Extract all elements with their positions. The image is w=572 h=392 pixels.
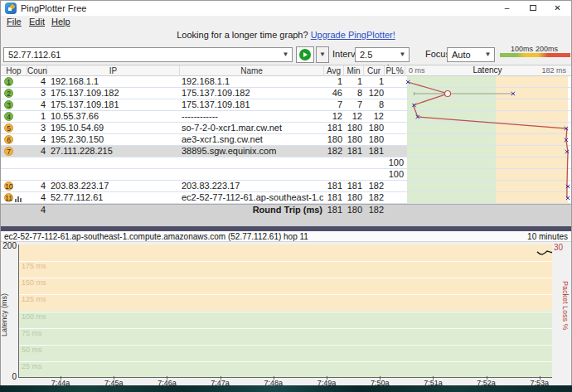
name-cell: 38895.sgw.equinix.com: [182, 146, 323, 157]
ip-cell: 203.83.223.17: [51, 181, 178, 191]
hop-badge: 5: [4, 123, 13, 133]
start-trace-button[interactable]: [296, 46, 314, 63]
graphed-hop-icon: [15, 196, 23, 202]
col-cur[interactable]: Cur: [364, 65, 385, 76]
latency-axis-min: 0 ms: [409, 66, 425, 75]
name-cell: [182, 157, 323, 168]
start-options-dropdown[interactable]: ▼: [316, 46, 329, 63]
banner-text: Looking for a longer time graph?: [177, 30, 310, 40]
chevron-down-icon[interactable]: ▼: [279, 48, 292, 61]
col-min[interactable]: Min: [344, 65, 364, 76]
count-cell: [27, 169, 46, 180]
chevron-down-icon[interactable]: ▼: [482, 48, 494, 61]
table-body: 14192.168.1.1192.168.1.111123175.137.109…: [1, 76, 571, 204]
count-cell: 4: [27, 99, 46, 110]
app-window: PingPlotter Free – ✕ File Edit Help Look…: [0, 0, 572, 385]
name-cell: 203.83.223.17: [182, 181, 323, 191]
maximize-button[interactable]: [520, 1, 545, 16]
count-cell: 4: [27, 181, 46, 191]
gridline: [19, 294, 552, 295]
pl-cell: 100: [384, 157, 404, 168]
min-cell: 181: [342, 181, 362, 191]
ip-cell: 195.2.30.150: [51, 134, 178, 145]
window-title: PingPlotter Free: [21, 3, 86, 13]
name-cell: 175.137.109.182: [182, 88, 323, 99]
cur-cell: 8: [362, 99, 384, 110]
round-trip-row: 4 Round Trip (ms) 181 180 182: [1, 204, 571, 226]
col-ip[interactable]: IP: [47, 65, 180, 76]
avg-cell: 180: [322, 134, 342, 145]
count-cell: 1: [27, 111, 46, 122]
minimize-button[interactable]: –: [494, 1, 520, 16]
pl-cell: [384, 88, 404, 99]
interval-select[interactable]: 2.5 seconds ▼: [355, 47, 410, 62]
cur-cell: 180: [362, 123, 384, 133]
name-cell: so-7-2-0-xcr1.mar.cw.net: [182, 123, 323, 133]
cur-cell: 182: [362, 192, 384, 203]
min-cell: 1: [342, 76, 362, 87]
upgrade-link[interactable]: Upgrade PingPlotter!: [311, 30, 395, 40]
legend-100ms-label: 100ms: [511, 45, 533, 53]
hop-badge: 4: [4, 112, 13, 121]
count-cell: [27, 157, 46, 168]
time-graph-duration: 10 minutes: [527, 232, 568, 241]
maximize-icon: [530, 5, 536, 11]
hop-badge: 11: [4, 193, 13, 202]
min-cell: [342, 169, 362, 180]
y-axis-max: 200: [1, 241, 17, 250]
min-cell: 181: [342, 146, 362, 157]
gridline: [19, 278, 552, 278]
avg-cell: 46: [322, 88, 342, 99]
avg-cell: 12: [322, 111, 342, 122]
round-trip-avg: 181: [322, 205, 342, 215]
menu-file[interactable]: File: [7, 17, 22, 27]
min-cell: 7: [342, 99, 362, 110]
count-cell: 4: [27, 192, 46, 203]
round-trip-count: 4: [27, 205, 46, 215]
pl-cell: [384, 99, 404, 110]
pl-cell: [384, 181, 404, 191]
target-input[interactable]: 52.77.112.61 ▼: [3, 47, 293, 62]
pl-cell: 100: [384, 169, 404, 180]
hop-badge: 6: [4, 135, 13, 144]
time-graph-header[interactable]: ec2-52-77-112-61.ap-southeast-1.compute.…: [1, 231, 571, 242]
round-trip-label: Round Trip (ms): [180, 205, 322, 215]
grid-label: 125 ms: [22, 295, 46, 303]
table-header: Hop Coun IP Name Avg Min Cur PL% Latency…: [1, 65, 571, 76]
count-cell: 4: [27, 134, 46, 145]
grid-label: 150 ms: [22, 278, 46, 287]
legend-200ms-label: 200ms: [536, 45, 558, 53]
title-bar: PingPlotter Free – ✕: [1, 1, 571, 16]
menu-edit[interactable]: Edit: [29, 17, 45, 27]
close-button[interactable]: ✕: [545, 1, 570, 16]
ip-cell: 195.10.54.69: [51, 123, 178, 133]
name-cell: 175.137.109.181: [182, 99, 323, 110]
ip-cell: [51, 157, 178, 168]
min-cell: 180: [342, 192, 362, 203]
time-graph-plot[interactable]: 175 ms150 ms125 ms100 ms75 ms50 ms25 ms: [18, 244, 552, 378]
col-hop[interactable]: Hop: [1, 65, 27, 76]
upgrade-banner: Looking for a longer time graph? Upgrade…: [1, 30, 571, 43]
col-avg[interactable]: Avg: [324, 65, 344, 76]
y-axis-title: Latency (ms): [0, 286, 8, 344]
y-axis-min: 0: [1, 372, 17, 381]
count-cell: 4: [27, 146, 46, 157]
hop-badge: 10: [4, 181, 13, 191]
chevron-down-icon[interactable]: ▼: [396, 48, 409, 61]
packet-loss-max: 30: [554, 243, 563, 252]
col-name[interactable]: Name: [180, 65, 324, 76]
grid-label: 25 ms: [22, 362, 42, 370]
round-trip-cur: 182: [362, 205, 384, 215]
name-cell: ec2-52-77-112-61.ap-southeast-1.compute.…: [182, 192, 323, 203]
col-count[interactable]: Coun: [27, 65, 47, 76]
focus-select[interactable]: Auto ▼: [447, 47, 495, 62]
menu-bar: File Edit Help: [1, 16, 571, 27]
gridline: [19, 361, 552, 362]
avg-cell: 182: [322, 146, 342, 157]
play-icon: [299, 49, 311, 60]
menu-help[interactable]: Help: [51, 17, 70, 27]
min-cell: 8: [342, 88, 362, 99]
col-pl[interactable]: PL%: [385, 65, 405, 76]
avg-cell: 7: [322, 99, 342, 110]
hop-badge: 1: [4, 77, 13, 86]
